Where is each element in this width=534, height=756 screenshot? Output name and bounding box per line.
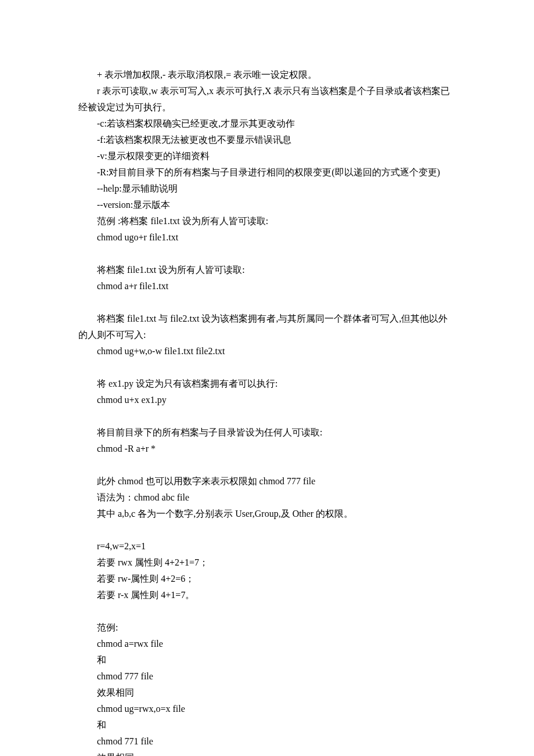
blank-line [78,294,456,311]
text-line: chmod u+x ex1.py [78,392,456,408]
document-content: + 表示增加权限,- 表示取消权限,= 表示唯一设定权限。r 表示可读取,w 表… [78,67,456,756]
text-line: chmod ug+w,o-w file1.txt file2.txt [78,343,456,359]
text-line: 将档案 file1.txt 设为所有人皆可读取: [78,262,456,278]
text-line: chmod ugo+r file1.txt [78,229,456,246]
blank-line [78,408,456,424]
blank-line [78,522,456,538]
text-line: r 表示可读取,w 表示可写入,x 表示可执行,X 表示只有当该档案是个子目录或… [78,83,456,116]
text-line: -c:若该档案权限确实已经更改,才显示其更改动作 [78,116,456,132]
text-line: 此外 chmod 也可以用数字来表示权限如 chmod 777 file [78,473,456,489]
blank-line [78,246,456,262]
blank-line [78,603,456,620]
blank-line [78,457,456,473]
blank-line [78,359,456,376]
text-line: + 表示增加权限,- 表示取消权限,= 表示唯一设定权限。 [78,67,456,83]
text-line: -R:对目前目录下的所有档案与子目录进行相同的权限变更(即以递回的方式逐个变更) [78,164,456,181]
text-line: 范例: [78,620,456,636]
text-line: 语法为：chmod abc file [78,489,456,506]
text-line: 若要 rw-属性则 4+2=6； [78,571,456,587]
text-line: chmod -R a+r * [78,441,456,457]
text-line: --version:显示版本 [78,197,456,213]
text-line: 和 [78,717,456,733]
text-line: 将 ex1.py 设定为只有该档案拥有者可以执行: [78,376,456,392]
text-line: chmod ug=rwx,o=x file [78,701,456,717]
text-line: 范例 :将档案 file1.txt 设为所有人皆可读取: [78,213,456,229]
text-line: -v:显示权限变更的详细资料 [78,148,456,164]
text-line: r=4,w=2,x=1 [78,538,456,555]
text-line: 若要 r-x 属性则 4+1=7。 [78,587,456,603]
text-line: 将档案 file1.txt 与 file2.txt 设为该档案拥有者,与其所属同… [78,311,456,343]
text-line: chmod 771 file [78,733,456,750]
text-line: 效果相同 [78,685,456,701]
text-line: -f:若该档案权限无法被更改也不要显示错误讯息 [78,132,456,148]
text-line: 其中 a,b,c 各为一个数字,分别表示 User,Group,及 Other … [78,506,456,522]
text-line: --help:显示辅助说明 [78,181,456,197]
text-line: chmod a=rwx file [78,636,456,652]
text-line: 将目前目录下的所有档案与子目录皆设为任何人可读取: [78,424,456,441]
text-line: chmod a+r file1.txt [78,278,456,294]
text-line: 和 [78,652,456,668]
text-line: chmod 777 file [78,668,456,685]
text-line: 若要 rwx 属性则 4+2+1=7； [78,555,456,571]
text-line: 效果相同 [78,750,456,756]
